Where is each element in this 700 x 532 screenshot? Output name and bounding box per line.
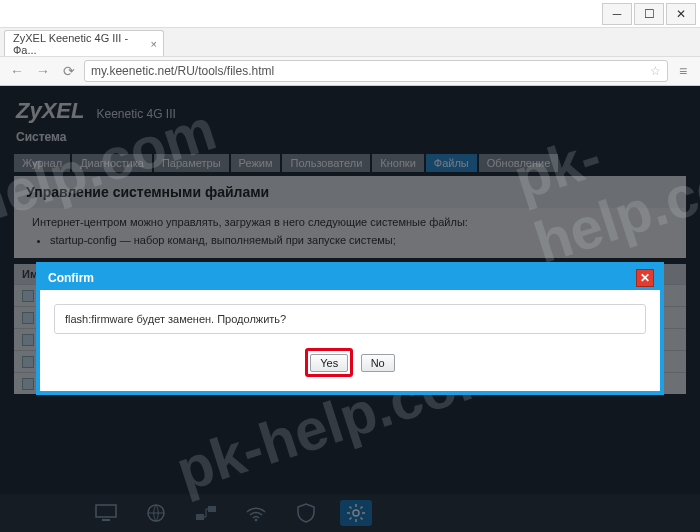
dialog-message: flash:firmware будет заменен. Продолжить… [54,304,646,334]
dialog-buttons: Yes No [54,348,646,377]
dialog-body: flash:firmware будет заменен. Продолжить… [40,290,660,391]
window-maximize-button[interactable]: ☐ [634,3,664,25]
browser-menu-icon[interactable]: ≡ [672,60,694,82]
dialog-close-button[interactable]: ✕ [636,269,654,287]
content-area: ZyXEL Keenetic 4G III Система Журнал Диа… [0,86,700,532]
highlight-ring: Yes [305,348,353,377]
back-icon[interactable]: ← [6,60,28,82]
browser-tab-title: ZyXEL Keenetic 4G III - Фа... [13,32,139,56]
browser-toolbar: ← → ⟳ my.keenetic.net/RU/tools/files.htm… [0,56,700,86]
window-close-button[interactable]: ✕ [666,3,696,25]
confirm-dialog: Confirm ✕ flash:firmware будет заменен. … [36,262,664,395]
reload-icon[interactable]: ⟳ [58,60,80,82]
address-text: my.keenetic.net/RU/tools/files.html [91,64,274,78]
dialog-title: Confirm [48,271,94,285]
no-button[interactable]: No [361,354,395,372]
browser-tab-close-icon[interactable]: × [151,38,157,50]
dialog-titlebar: Confirm ✕ [40,266,660,290]
forward-icon[interactable]: → [32,60,54,82]
yes-button[interactable]: Yes [310,354,348,372]
window-titlebar: ─ ☐ ✕ [0,0,700,28]
address-bar[interactable]: my.keenetic.net/RU/tools/files.html ☆ [84,60,668,82]
browser-tabstrip: ZyXEL Keenetic 4G III - Фа... × [0,28,700,56]
bookmark-star-icon[interactable]: ☆ [650,64,661,78]
browser-tab[interactable]: ZyXEL Keenetic 4G III - Фа... × [4,30,164,56]
window-minimize-button[interactable]: ─ [602,3,632,25]
